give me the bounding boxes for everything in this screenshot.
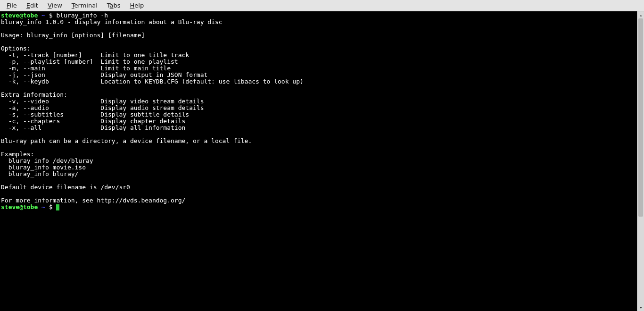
prompt-path: ~ bbox=[41, 12, 45, 19]
menubar: File Edit View Terminal Tabs Help bbox=[0, 0, 644, 11]
output-path-note: Blu-ray path can be a directory, a devic… bbox=[1, 137, 252, 144]
output-opt-k: -k, --keydb Location to KEYDB.CFG (defau… bbox=[1, 78, 304, 85]
output-extra-header: Extra information: bbox=[1, 91, 67, 98]
terminal-container: steve@tobe ~ $ bluray_info -h bluray_inf… bbox=[0, 11, 644, 311]
output-opt-x: -x, --all Display all information bbox=[1, 124, 185, 131]
menu-view[interactable]: View bbox=[43, 0, 67, 10]
cursor-icon bbox=[56, 204, 59, 210]
scroll-down-icon[interactable]: ▾ bbox=[637, 304, 644, 311]
output-opt-m: -m, --main Limit to main title bbox=[1, 65, 171, 72]
menu-edit-mn: E bbox=[26, 2, 30, 9]
output-usage: Usage: bluray_info [options] [filename] bbox=[1, 32, 145, 39]
scroll-thumb[interactable] bbox=[638, 18, 643, 217]
output-ex2: bluray_info movie.iso bbox=[1, 164, 86, 171]
output-opt-p: -p, --playlist [number] Limit to one pla… bbox=[1, 58, 178, 65]
output-opt-s: -s, --subtitles Display subtitle details bbox=[1, 111, 189, 118]
menu-help-mn: H bbox=[130, 2, 135, 9]
output-examples-header: Examples: bbox=[1, 151, 34, 158]
prompt-user-host-2: steve@tobe bbox=[1, 203, 38, 210]
terminal-output[interactable]: steve@tobe ~ $ bluray_info -h bluray_inf… bbox=[0, 11, 637, 311]
output-opt-c: -c, --chapters Display chapter details bbox=[1, 118, 185, 125]
output-opt-a: -a, --audio Display audio stream details bbox=[1, 104, 204, 111]
menu-tabs-mn: a bbox=[110, 2, 114, 9]
output-options-header: Options: bbox=[1, 45, 31, 52]
output-opt-t: -t, --track [number] Limit to one title … bbox=[1, 51, 189, 59]
menu-terminal-mn: T bbox=[72, 2, 74, 9]
output-opt-v: -v, --video Display video stream details bbox=[1, 98, 204, 105]
menu-view-mn: V bbox=[48, 2, 52, 9]
menu-help[interactable]: Help bbox=[125, 0, 149, 10]
menu-terminal[interactable]: Terminal bbox=[67, 0, 102, 10]
scroll-up-icon[interactable]: ▴ bbox=[637, 11, 644, 18]
output-more-info: For more information, see http://dvds.be… bbox=[1, 197, 185, 204]
menu-edit[interactable]: Edit bbox=[22, 0, 43, 10]
prompt-path-2: ~ bbox=[41, 203, 45, 210]
prompt-symbol: $ bbox=[49, 12, 53, 19]
scrollbar[interactable]: ▴ ▾ bbox=[637, 11, 644, 311]
output-default-dev: Default device filename is /dev/sr0 bbox=[1, 184, 130, 191]
command-line-1: bluray_info -h bbox=[56, 12, 108, 19]
output-ex1: bluray_info /dev/bluray bbox=[1, 157, 93, 164]
output-title: bluray_info 1.0.0 - display information … bbox=[1, 18, 223, 25]
menu-file-mn: F bbox=[7, 2, 10, 9]
output-ex3: bluray_info bluray/ bbox=[1, 170, 78, 177]
prompt-user-host: steve@tobe bbox=[1, 12, 38, 19]
menu-file[interactable]: File bbox=[2, 0, 22, 10]
prompt-symbol-2: $ bbox=[49, 203, 53, 210]
output-opt-j: -j, --json Display output in JSON format bbox=[1, 71, 207, 78]
menu-tabs[interactable]: Tabs bbox=[102, 0, 125, 10]
